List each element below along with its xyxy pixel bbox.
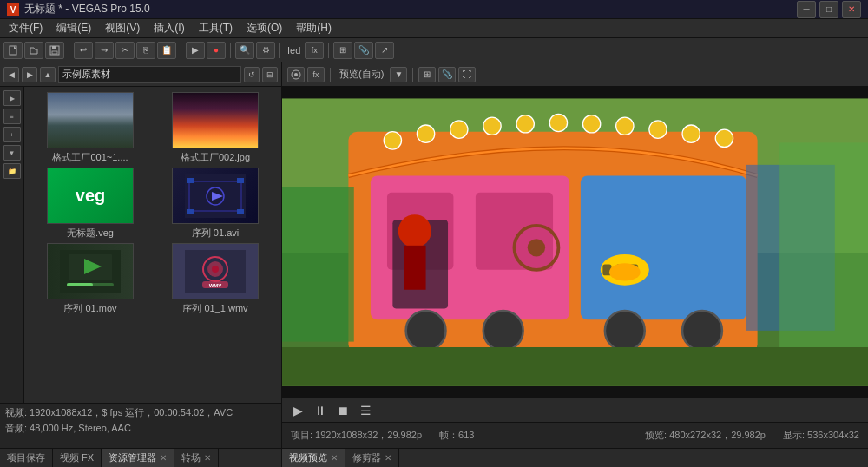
preview-snap-button[interactable]: 📎 [438, 67, 456, 82]
undo-button[interactable]: ↩ [74, 42, 93, 59]
video-preview [282, 87, 868, 398]
menu-edit[interactable]: 编辑(E) [51, 19, 96, 37]
svg-rect-12 [187, 209, 194, 214]
list-item[interactable]: WMV 序列 01_1.wmv [155, 243, 276, 315]
preview-controls: ▶ ⏸ ⏹ ☰ [282, 398, 868, 422]
up-button[interactable]: ▲ [40, 67, 56, 82]
preview-toolbar: fx 预览(自动) ▼ ⊞ 📎 ⛶ [282, 62, 868, 87]
tab-video-fx[interactable]: 视频 FX [53, 449, 102, 467]
list-item[interactable]: veg 无标题.veg [30, 168, 151, 240]
svg-point-46 [398, 214, 431, 247]
list-item[interactable]: 格式工厂001~1.... [30, 92, 151, 164]
svg-point-37 [616, 117, 634, 135]
tab-transition[interactable]: 转场 ✕ [174, 449, 219, 467]
file-thumbnail [47, 243, 134, 299]
sidebar-filter-btn[interactable]: ▼ [3, 145, 21, 161]
svg-text:V: V [10, 5, 16, 15]
preview-stop-button[interactable]: ⏹ [334, 402, 352, 419]
sidebar-expand-btn[interactable]: ▶ [3, 90, 21, 106]
left-panel: ◀ ▶ ▲ 示例原素材 ↺ ⊟ ▶ ≡ + ▼ 📁 格式工 [0, 62, 282, 467]
preview-grid-button[interactable]: ⊞ [418, 67, 436, 82]
svg-point-54 [609, 263, 641, 280]
view-toggle-button[interactable]: ⊟ [262, 67, 278, 82]
list-item[interactable]: 序列 01.mov [30, 243, 151, 315]
tab-close-icon[interactable]: ✕ [160, 453, 167, 463]
preview-dropdown-button[interactable]: ▼ [390, 67, 407, 82]
file-thumbnail: veg [47, 168, 134, 224]
sidebar-add-btn[interactable]: + [3, 127, 21, 142]
refresh-button[interactable]: ↺ [244, 67, 260, 82]
clip-button[interactable]: 📎 [354, 42, 373, 59]
title-bar: V 无标题 * - VEGAS Pro 15.0 ─ □ ✕ [0, 0, 868, 19]
minimize-button[interactable]: ─ [797, 1, 816, 18]
svg-point-49 [528, 239, 545, 256]
svg-text:WMV: WMV [209, 283, 222, 288]
paste-button[interactable]: 📋 [157, 42, 176, 59]
svg-point-32 [450, 121, 468, 138]
grid-button[interactable]: ⊞ [333, 42, 352, 59]
svg-rect-62 [282, 347, 868, 386]
svg-rect-47 [404, 246, 425, 290]
svg-point-57 [605, 311, 645, 351]
export-button[interactable]: ↗ [375, 42, 394, 59]
forward-button[interactable]: ▶ [22, 67, 37, 82]
preview-mode-label: 预览(自动) [339, 68, 384, 81]
play-button[interactable]: ▶ [186, 42, 205, 59]
preview-pause-button[interactable]: ⏸ [312, 402, 329, 419]
svg-point-35 [549, 114, 567, 131]
preview-fullscreen-button[interactable]: ⛶ [458, 67, 476, 82]
sidebar-view-btn[interactable]: ≡ [3, 109, 21, 124]
main-area: ◀ ▶ ▲ 示例原素材 ↺ ⊟ ▶ ≡ + ▼ 📁 格式工 [0, 62, 868, 467]
svg-rect-18 [67, 283, 93, 286]
tab-video-preview[interactable]: 视频预览 ✕ [282, 449, 345, 467]
save-button[interactable] [45, 42, 64, 59]
svg-point-31 [417, 125, 434, 142]
redo-button[interactable]: ↪ [95, 42, 114, 59]
record-button[interactable]: ● [207, 42, 226, 59]
close-button[interactable]: ✕ [842, 1, 861, 18]
new-button[interactable] [3, 42, 23, 59]
tab-close-icon[interactable]: ✕ [385, 453, 391, 463]
menu-file[interactable]: 文件(F) [3, 19, 48, 37]
maximize-button[interactable]: □ [819, 1, 838, 18]
tab-trimmer[interactable]: 修剪器 ✕ [345, 449, 399, 467]
preview-separator-2 [412, 68, 413, 82]
fx-button[interactable]: fx [305, 42, 324, 59]
file-label: 格式工厂002.jpg [181, 151, 250, 164]
copy-button[interactable]: ⎘ [136, 42, 155, 59]
menu-tools[interactable]: 工具(T) [194, 19, 238, 37]
display-info: 显示: 536x304x32 [783, 429, 859, 442]
cut-button[interactable]: ✂ [115, 42, 135, 59]
left-status: 视频: 1920x1088x12，$ fps 运行，00:00:54:02，AV… [0, 403, 281, 448]
properties-button[interactable]: ⚙ [256, 42, 275, 59]
sidebar-folder-btn[interactable]: 📁 [3, 163, 21, 179]
main-toolbar: ↩ ↪ ✂ ⎘ 📋 ▶ ● 🔍 ⚙ Ied fx ⊞ 📎 ↗ [0, 38, 868, 62]
zoom-in-button[interactable]: 🔍 [235, 42, 254, 59]
tab-project-save[interactable]: 项目保存 [0, 449, 53, 467]
menu-help[interactable]: 帮助(H) [291, 19, 337, 37]
right-tabs: 视频预览 ✕ 修剪器 ✕ [282, 448, 868, 467]
file-thumbnail [172, 168, 259, 224]
menu-insert[interactable]: 插入(I) [148, 19, 189, 37]
back-button[interactable]: ◀ [3, 67, 19, 82]
list-item[interactable]: 序列 01.avi [155, 168, 276, 240]
left-tabs: 项目保存 视频 FX 资源管理器 ✕ 转场 ✕ [0, 448, 281, 467]
svg-rect-5 [52, 51, 57, 54]
file-label: 序列 01.avi [192, 227, 239, 240]
open-button[interactable] [24, 42, 43, 59]
menu-options[interactable]: 选项(O) [241, 19, 287, 37]
preview-menu-button[interactable]: ☰ [357, 402, 374, 419]
toolbar-separator-1 [69, 43, 69, 58]
menu-view[interactable]: 视图(V) [100, 19, 145, 37]
svg-point-30 [384, 132, 401, 149]
preview-play-button[interactable]: ▶ [289, 402, 306, 419]
preview-settings-button[interactable] [287, 67, 305, 82]
svg-rect-10 [187, 178, 194, 183]
tab-resource-manager[interactable]: 资源管理器 ✕ [102, 449, 174, 467]
frame-info: 帧：613 [439, 429, 474, 442]
tab-close-icon[interactable]: ✕ [331, 453, 338, 463]
tab-close-icon[interactable]: ✕ [204, 453, 211, 463]
file-thumbnail [172, 92, 259, 148]
list-item[interactable]: 格式工厂002.jpg [155, 92, 276, 164]
preview-fx-button[interactable]: fx [307, 67, 325, 82]
